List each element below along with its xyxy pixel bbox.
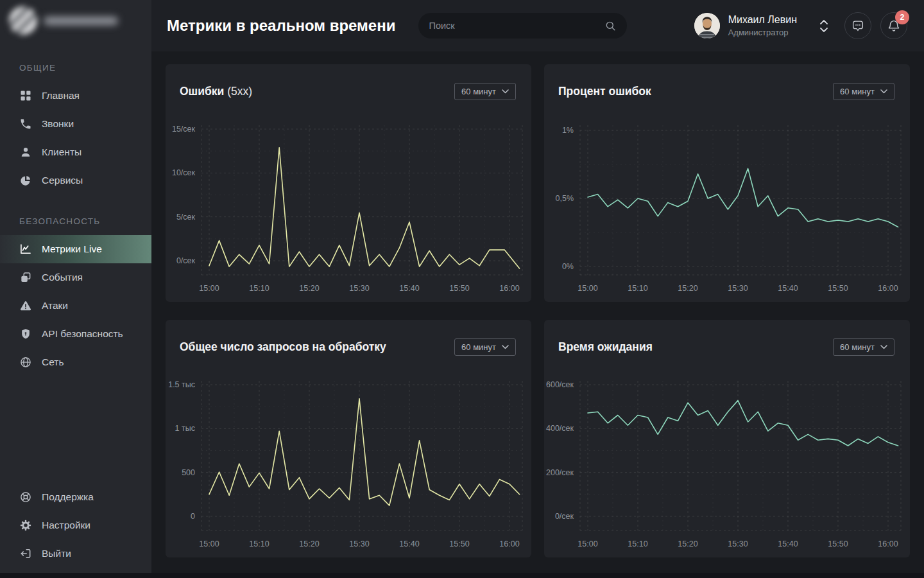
layers-icon: [19, 271, 32, 284]
profile-expander[interactable]: [820, 20, 828, 32]
svg-text:15:40: 15:40: [399, 539, 419, 548]
svg-text:0: 0: [191, 512, 195, 521]
time-range-select[interactable]: 60 минут: [454, 338, 516, 356]
user-meta: Михаил Левин Администратор: [728, 14, 797, 37]
svg-text:15:20: 15:20: [299, 539, 319, 548]
grid-icon: [19, 89, 32, 102]
sidebar-item-label: Атаки: [42, 300, 68, 311]
sidebar-item-settings[interactable]: Настройки: [0, 511, 151, 539]
svg-text:15:20: 15:20: [299, 284, 319, 293]
search-icon[interactable]: [604, 20, 617, 32]
svg-text:1%: 1%: [562, 126, 574, 135]
app-logo: [0, 0, 151, 41]
chevron-down-icon: [820, 28, 828, 32]
svg-text:0/сек: 0/сек: [176, 256, 196, 265]
sidebar-item-metrics-live[interactable]: Метрики Live: [0, 235, 151, 263]
panel-total-requests: Общее число запросов на обработку 60 мин…: [166, 320, 531, 557]
shield-icon: [19, 328, 32, 340]
sidebar-item-support[interactable]: Поддержка: [0, 483, 151, 511]
lifebuoy-icon: [19, 491, 32, 504]
svg-text:15:00: 15:00: [578, 539, 597, 548]
sidebar-item-events[interactable]: События: [0, 263, 151, 292]
svg-text:600/сек: 600/сек: [546, 380, 574, 389]
error-rate-chart: 1%0,5%0%15:0015:1015:2015:3015:4015:5016…: [544, 119, 910, 302]
svg-text:15:00: 15:00: [199, 284, 219, 293]
sidebar-item-label: Главная: [42, 90, 80, 101]
panel-errors-5xx: Ошибки (5xx) 60 минут 15/сек10/сек5/сек0…: [166, 64, 531, 302]
sidebar-item-home[interactable]: Главная: [0, 82, 151, 110]
panel-title: Процент ошибок: [558, 85, 651, 98]
panel-title: Время ожидания: [558, 340, 653, 354]
svg-text:0%: 0%: [562, 262, 574, 271]
sidebar-item-label: Метрики Live: [42, 243, 102, 255]
sidebar-item-calls[interactable]: Звонки: [0, 110, 151, 138]
sidebar-item-network[interactable]: Сеть: [0, 348, 151, 376]
svg-text:15:20: 15:20: [678, 284, 697, 293]
search-bar[interactable]: [418, 13, 627, 39]
svg-text:15:10: 15:10: [628, 539, 647, 548]
user-name: Михаил Левин: [728, 14, 797, 26]
svg-text:400/сек: 400/сек: [546, 424, 574, 433]
user-role: Администратор: [728, 28, 797, 37]
sidebar-item-logout[interactable]: Выйти: [0, 539, 151, 568]
panel-wait-time: Время ожидания 60 минут 600/сек400/сек20…: [544, 320, 910, 557]
chart-line-icon: [19, 243, 32, 256]
svg-text:15:40: 15:40: [778, 284, 798, 293]
svg-text:500: 500: [182, 468, 195, 477]
notifications-button[interactable]: 2: [880, 12, 907, 39]
chevron-down-icon: [880, 345, 887, 349]
user-profile[interactable]: Михаил Левин Администратор: [694, 13, 797, 39]
avatar: [694, 13, 720, 39]
sidebar-item-label: API безопасность: [42, 328, 123, 340]
svg-text:16:00: 16:00: [499, 284, 519, 293]
sidebar-item-attacks[interactable]: Атаки: [0, 292, 151, 320]
globe-icon: [19, 356, 32, 369]
user-icon: [19, 146, 32, 159]
svg-text:10/сек: 10/сек: [172, 168, 196, 177]
sidebar-item-label: Звонки: [42, 118, 74, 130]
time-range-select[interactable]: 60 минут: [833, 338, 894, 356]
svg-text:15:50: 15:50: [828, 284, 848, 293]
panel-error-rate: Процент ошибок 60 минут 1%0,5%0%15:0015:…: [544, 64, 910, 302]
sidebar-section-security: БЕЗОПАСНОСТЬ: [0, 216, 151, 226]
sidebar-item-services[interactable]: Сервисы: [0, 166, 151, 195]
svg-text:15:10: 15:10: [249, 284, 269, 293]
time-range-select[interactable]: 60 минут: [833, 83, 894, 100]
page-title: Метрики в реальном времени: [167, 17, 395, 35]
sidebar-footer: Поддержка Настройки Выйти: [0, 483, 151, 578]
svg-text:200/сек: 200/сек: [546, 468, 574, 477]
svg-text:1 тыс: 1 тыс: [175, 424, 195, 433]
svg-text:15:30: 15:30: [349, 284, 369, 293]
wait-time-chart: 600/сек400/сек200/сек0/сек15:0015:1015:2…: [544, 374, 910, 557]
svg-text:15:10: 15:10: [628, 284, 647, 293]
svg-text:16:00: 16:00: [878, 539, 898, 548]
panel-title: Общее число запросов на обработку: [180, 340, 386, 354]
svg-text:15:50: 15:50: [828, 539, 848, 548]
svg-text:0/сек: 0/сек: [555, 512, 574, 521]
header-right: Михаил Левин Администратор 2: [694, 12, 907, 39]
svg-text:15/сек: 15/сек: [172, 125, 196, 134]
sidebar-item-clients[interactable]: Клиенты: [0, 138, 151, 166]
alert-triangle-icon: [19, 299, 32, 312]
sidebar-item-label: События: [42, 272, 83, 283]
chevron-up-icon: [820, 20, 828, 24]
svg-text:15:30: 15:30: [728, 284, 748, 293]
svg-text:1.5 тыс: 1.5 тыс: [168, 380, 195, 389]
sidebar-item-label: Настройки: [42, 520, 90, 531]
errors-5xx-chart: 15/сек10/сек5/сек0/сек15:0015:1015:2015:…: [166, 119, 531, 302]
svg-text:15:40: 15:40: [399, 284, 419, 293]
header: Метрики в реальном времени: [151, 0, 924, 51]
time-range-select[interactable]: 60 минут: [454, 83, 516, 100]
sidebar-item-api-security[interactable]: API безопасность: [0, 320, 151, 348]
search-input[interactable]: [429, 21, 598, 31]
svg-text:16:00: 16:00: [499, 539, 519, 548]
chevron-down-icon: [502, 89, 509, 94]
sidebar-section-general: ОБЩИЕ: [0, 63, 151, 73]
dashboard-grid: Ошибки (5xx) 60 минут 15/сек10/сек5/сек0…: [151, 51, 924, 557]
sidebar-item-label: Поддержка: [42, 491, 94, 503]
sidebar-item-label: Клиенты: [42, 146, 81, 158]
svg-text:0,5%: 0,5%: [556, 194, 574, 203]
messages-button[interactable]: [844, 12, 871, 39]
pie-icon: [19, 174, 32, 187]
svg-text:15:00: 15:00: [578, 284, 597, 293]
